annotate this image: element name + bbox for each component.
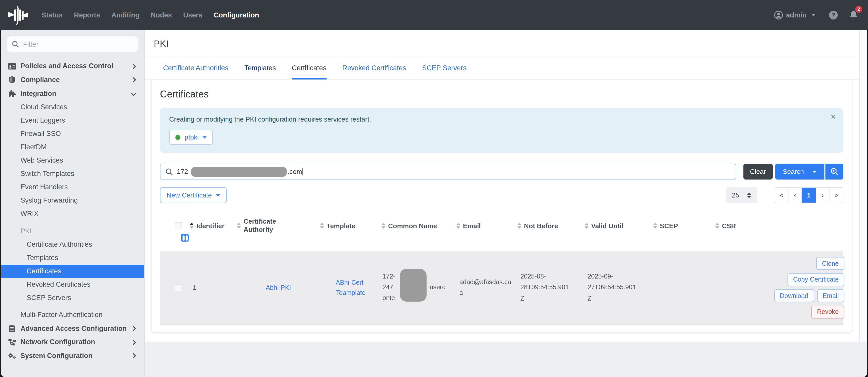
search-button[interactable]: Search xyxy=(775,164,825,179)
stepper-icon xyxy=(747,193,751,198)
scrollbar[interactable] xyxy=(859,30,867,342)
column-header-email[interactable]: Email xyxy=(456,222,517,230)
sidebar-item-scep-servers[interactable]: SCEP Servers xyxy=(1,291,144,305)
sidebar-item-cloud-services[interactable]: Cloud Services xyxy=(1,100,144,114)
column-header-common-name[interactable]: Common Name xyxy=(381,222,456,230)
column-header-identifier[interactable]: Identifier xyxy=(190,222,237,230)
sidebar-item-policies-and-access-control[interactable]: Policies and Access Control xyxy=(1,59,144,73)
cell-email: adad@afasdas.caa xyxy=(459,277,511,298)
puzzle-piece-icon xyxy=(7,90,17,97)
help-icon[interactable]: ? xyxy=(829,11,838,20)
tab-templates[interactable]: Templates xyxy=(244,56,276,79)
notifications-button[interactable]: 2 xyxy=(849,10,858,20)
pagination-last[interactable]: » xyxy=(830,188,843,203)
table-row[interactable]: 1 Abhi-PKI ABhi-Cert-Teamplate 172- 247 … xyxy=(160,251,843,324)
row-actions: Clone Copy Certificate Download Email Re… xyxy=(774,251,844,324)
sidebar-item-label: Firewall SSO xyxy=(21,130,61,138)
template-link[interactable]: ABhi-Cert-Teamplate xyxy=(336,279,366,296)
sidebar-item-certificates[interactable]: Certificates xyxy=(1,265,144,278)
chevron-down-icon xyxy=(216,194,220,196)
sidebar-item-templates[interactable]: Templates xyxy=(1,251,144,265)
sidebar-item-network-configuration[interactable]: Network Configuration xyxy=(1,336,144,349)
column-header-valid-until[interactable]: Valid Until xyxy=(585,222,653,230)
clone-button[interactable]: Clone xyxy=(816,257,844,270)
id-card-icon xyxy=(7,63,17,69)
certificate-authority-link[interactable]: Abhi-PKI xyxy=(266,284,291,291)
page-size-select[interactable]: 25 xyxy=(726,187,757,203)
column-header-template[interactable]: Template xyxy=(320,222,381,230)
shield-icon xyxy=(7,76,17,84)
search-value-prefix: 172- xyxy=(177,168,190,175)
sort-icon xyxy=(320,223,324,229)
user-menu[interactable]: admin xyxy=(774,11,816,20)
revoke-button[interactable]: Revoke xyxy=(811,306,844,318)
top-navbar: Status Reports Auditing Nodes Users Conf… xyxy=(0,0,868,30)
sort-icon xyxy=(456,223,460,229)
tab-revoked-certificates[interactable]: Revoked Certificates xyxy=(342,56,406,79)
tab-scep-servers[interactable]: SCEP Servers xyxy=(422,56,467,79)
sidebar-item-multi-factor-authentication[interactable]: Multi-Factor Authentication xyxy=(1,308,144,322)
column-header-certificate-authority[interactable]: Certificate Authority xyxy=(237,218,320,234)
sidebar-item-wrix[interactable]: WRIX xyxy=(1,207,144,221)
nav-item-auditing[interactable]: Auditing xyxy=(106,7,145,23)
sidebar-item-integration[interactable]: Integration xyxy=(1,87,144,100)
advanced-search-button[interactable] xyxy=(826,164,843,179)
nav-item-users[interactable]: Users xyxy=(178,7,208,23)
sidebar-item-fleetdm[interactable]: FleetDM xyxy=(1,141,144,154)
email-button[interactable]: Email xyxy=(817,289,844,302)
sidebar-item-compliance[interactable]: Compliance xyxy=(1,73,144,87)
download-button[interactable]: Download xyxy=(774,289,814,302)
sidebar-item-switch-templates[interactable]: Switch Templates xyxy=(1,167,144,180)
certificates-card: Certificates × Creating or modifying the… xyxy=(151,80,852,332)
pagination-first[interactable]: « xyxy=(775,188,788,203)
chevron-down-icon xyxy=(131,91,136,96)
column-label: Common Name xyxy=(388,222,437,230)
sidebar-item-label: System Configuration xyxy=(21,352,93,359)
restart-alert: × Creating or modifying the PKI configur… xyxy=(160,108,843,153)
sidebar-item-web-services[interactable]: Web Services xyxy=(1,154,144,167)
sort-icon xyxy=(237,223,241,229)
pagination-page-1[interactable]: 1 xyxy=(802,188,816,203)
pfpki-service-button[interactable]: pfpki xyxy=(169,130,213,145)
user-icon xyxy=(774,11,783,20)
sidebar-item-event-loggers[interactable]: Event Loggers xyxy=(1,114,144,127)
new-certificate-button[interactable]: New Certificate xyxy=(160,187,227,203)
column-header-scep[interactable]: SCEP xyxy=(653,222,715,230)
column-header-csr[interactable]: CSR xyxy=(715,222,774,230)
sidebar-item-firewall-sso[interactable]: Firewall SSO xyxy=(1,127,144,141)
sidebar-section-pki: PKI xyxy=(1,221,144,238)
page-title: PKI xyxy=(154,38,859,49)
search-input[interactable]: 172- .com xyxy=(160,164,736,179)
sort-icon xyxy=(190,223,194,229)
sidebar-item-revoked-certificates[interactable]: Revoked Certificates xyxy=(1,278,144,291)
sidebar-item-certificate-authorities[interactable]: Certificate Authorities xyxy=(1,238,144,251)
close-icon[interactable]: × xyxy=(831,113,836,121)
sidebar-item-syslog-forwarding[interactable]: Syslog Forwarding xyxy=(1,194,144,207)
column-label: Valid Until xyxy=(591,222,623,230)
search-button-label: Search xyxy=(783,168,804,175)
service-name: pfpki xyxy=(185,133,199,141)
columns-settings-icon[interactable] xyxy=(181,234,189,241)
column-header-not-before[interactable]: Not Before xyxy=(517,222,585,230)
nav-item-nodes[interactable]: Nodes xyxy=(145,7,178,23)
nav-item-status[interactable]: Status xyxy=(36,7,68,23)
nav-item-configuration[interactable]: Configuration xyxy=(208,7,265,23)
filter-input[interactable] xyxy=(7,36,138,52)
sidebar-item-advanced-access-configuration[interactable]: Advanced Access Configuration xyxy=(1,322,144,336)
sidebar-filter xyxy=(7,36,138,52)
tab-certificates[interactable]: Certificates xyxy=(292,56,326,79)
clipboard-list-icon xyxy=(7,325,17,332)
network-diagram-icon xyxy=(7,339,17,346)
copy-certificate-button[interactable]: Copy Certificate xyxy=(787,273,844,286)
select-all-checkbox[interactable] xyxy=(175,222,182,229)
sidebar-item-event-handlers[interactable]: Event Handlers xyxy=(1,180,144,194)
row-checkbox[interactable] xyxy=(175,284,182,291)
tab-certificate-authorities[interactable]: Certificate Authorities xyxy=(163,56,228,79)
pagination-next[interactable]: › xyxy=(816,188,830,203)
nav-item-reports[interactable]: Reports xyxy=(68,7,106,23)
clear-button[interactable]: Clear xyxy=(743,164,772,179)
packetfence-logo[interactable] xyxy=(7,4,29,26)
pagination-prev[interactable]: ‹ xyxy=(788,188,802,203)
sidebar-item-system-configuration[interactable]: System Configuration xyxy=(1,349,144,362)
sidebar-item-label: Syslog Forwarding xyxy=(21,197,78,204)
